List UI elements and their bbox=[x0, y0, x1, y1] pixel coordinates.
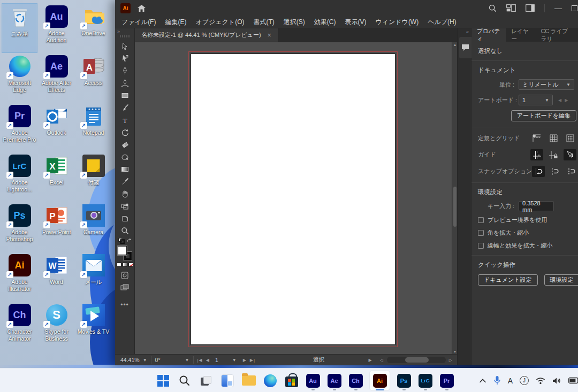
show-rulers-button[interactable] bbox=[530, 133, 543, 144]
document-tab[interactable]: 名称未設定-1 @ 44.41 % (CMYK/プレビュー) × bbox=[135, 28, 278, 42]
minimize-icon[interactable]: — bbox=[554, 4, 562, 12]
desktop-icon-microsoft-edge[interactable]: ↗ Microsoft Edge bbox=[2, 53, 37, 103]
shaper-tool[interactable] bbox=[117, 151, 133, 163]
eraser-tool[interactable] bbox=[117, 139, 133, 151]
desktop-icon-word[interactable]: W ↗ Word bbox=[39, 252, 74, 302]
menu-view[interactable]: 表示(V) bbox=[345, 18, 366, 27]
gradient-swatch-button[interactable] bbox=[123, 263, 127, 267]
home-button[interactable] bbox=[137, 4, 146, 12]
desktop-icon-access[interactable]: A ↗ Access bbox=[75, 53, 111, 103]
canvas[interactable]: ▲ ▼ bbox=[135, 42, 457, 354]
arrange-documents-icon[interactable] bbox=[526, 4, 535, 12]
desktop-icon-lightroom-classic[interactable]: LrC ↗ Adobe Lightroo... bbox=[2, 152, 37, 202]
dropdown-chevron-icon[interactable]: ▼ bbox=[185, 358, 189, 363]
zoom-level-value[interactable]: 44.41% bbox=[120, 357, 140, 363]
wifi-icon[interactable] bbox=[536, 377, 545, 385]
microsoft-store-button[interactable] bbox=[284, 372, 299, 390]
pen-tool[interactable] bbox=[117, 65, 133, 77]
dropdown-chevron-icon[interactable]: ▼ bbox=[143, 358, 147, 363]
show-guides-button[interactable] bbox=[530, 149, 543, 160]
menu-select[interactable]: 選択(S) bbox=[284, 18, 305, 27]
desktop-icon-character-animator[interactable]: Ch ↗ Character Animator bbox=[2, 302, 37, 351]
desktop-icon-after-effects[interactable]: Ae ↗ Adobe After Effects bbox=[39, 53, 74, 103]
workspace-switcher-icon[interactable] bbox=[506, 4, 516, 12]
preview-bounds-option[interactable]: プレビュー境界を使用 bbox=[478, 216, 578, 224]
eyedropper-tool[interactable] bbox=[117, 175, 133, 188]
status-play-icon[interactable]: ▶ bbox=[369, 358, 372, 363]
desktop-icon-onedrive[interactable]: ↗ OneDrive bbox=[75, 3, 111, 53]
color-swatch-button[interactable] bbox=[117, 263, 121, 267]
desktop-icon-excel[interactable]: X ↗ Excel bbox=[39, 152, 74, 202]
taskbar-lightroom-button[interactable]: LrC bbox=[418, 372, 432, 390]
desktop-icon-camera[interactable]: ↗ Camera bbox=[75, 202, 111, 252]
screen-mode-button[interactable] bbox=[117, 281, 133, 294]
menu-edit[interactable]: 編集(E) bbox=[165, 18, 186, 27]
scroll-left-icon[interactable]: ◁ bbox=[380, 358, 384, 363]
edit-artboard-button[interactable]: アートボードを編集 bbox=[511, 110, 576, 121]
gradient-tool[interactable] bbox=[117, 163, 133, 175]
widgets-button[interactable] bbox=[220, 372, 234, 390]
type-tool[interactable]: T bbox=[117, 114, 133, 126]
vertical-scrollbar[interactable]: ▲ ▼ bbox=[452, 42, 457, 354]
preferences-button[interactable]: 環境設定 bbox=[544, 274, 578, 286]
desktop-icon-mail[interactable]: ↗ メール bbox=[75, 252, 111, 302]
desktop-icon-illustrator[interactable]: Ai ↗ Adobe Illustrator bbox=[2, 252, 37, 302]
desktop-icon-adobe-audition[interactable]: Au ↗ Adobe Audition bbox=[39, 3, 74, 53]
artboard[interactable] bbox=[191, 53, 396, 345]
taskbar-character-animator-button[interactable]: Ch bbox=[348, 372, 363, 390]
none-swatch-button[interactable] bbox=[128, 263, 133, 267]
smart-guides-button[interactable] bbox=[564, 149, 576, 160]
ime-a-icon[interactable]: A bbox=[508, 376, 513, 385]
symbol-tool[interactable] bbox=[117, 200, 133, 212]
show-pixel-grid-button[interactable] bbox=[564, 133, 576, 144]
maximize-icon[interactable] bbox=[572, 5, 577, 11]
scroll-up-icon[interactable]: ▲ bbox=[452, 43, 457, 47]
desktop-icon-skype-for-business[interactable]: S ↗ Skype for Business bbox=[39, 302, 74, 351]
menu-file[interactable]: ファイル(F) bbox=[121, 18, 156, 27]
edge-button[interactable] bbox=[263, 372, 277, 390]
menu-type[interactable]: 書式(T) bbox=[253, 18, 274, 27]
fill-stroke-indicator[interactable] bbox=[118, 246, 132, 260]
horizontal-scrollbar[interactable] bbox=[387, 357, 446, 363]
key-input-field[interactable]: 0.3528 mm bbox=[519, 201, 554, 211]
first-artboard-icon[interactable]: |◀ bbox=[197, 358, 203, 363]
search-icon[interactable] bbox=[489, 4, 497, 12]
snap-to-point-button[interactable] bbox=[532, 166, 545, 177]
taskbar-illustrator-button[interactable]: Ai bbox=[370, 371, 390, 390]
artboard-prev-next-icons[interactable]: ◀▶ bbox=[558, 98, 571, 103]
document-setup-button[interactable]: ドキュメント設定 bbox=[478, 274, 538, 286]
task-view-button[interactable] bbox=[199, 372, 213, 390]
taskbar-premiere-pro-button[interactable]: Pr bbox=[439, 372, 454, 390]
dropdown-chevron-icon[interactable]: ▼ bbox=[232, 358, 237, 363]
taskbar-search-button[interactable] bbox=[177, 372, 192, 390]
snap-to-grid-button[interactable] bbox=[549, 166, 561, 177]
lock-guides-button[interactable] bbox=[547, 149, 560, 160]
microphone-icon[interactable] bbox=[493, 375, 501, 386]
taskbar-audition-button[interactable]: Au bbox=[306, 372, 320, 390]
menu-object[interactable]: オブジェクト(O) bbox=[195, 18, 244, 27]
rotation-value[interactable]: 0° bbox=[155, 357, 161, 363]
tab-properties[interactable]: プロパティ bbox=[471, 28, 506, 42]
paintbrush-tool[interactable] bbox=[117, 102, 133, 114]
tab-cc-libraries[interactable]: CC ライブラリ bbox=[536, 28, 578, 42]
snap-to-pixel-button[interactable] bbox=[565, 166, 578, 177]
show-grid-button[interactable] bbox=[547, 133, 560, 144]
curvature-tool[interactable] bbox=[117, 77, 133, 89]
scale-corners-option[interactable]: 角を拡大・縮小 bbox=[478, 229, 578, 237]
artboard-dropdown[interactable]: 1 ▼ bbox=[519, 95, 553, 105]
dock-grip[interactable] bbox=[120, 35, 130, 37]
desktop-icon-premiere-pro[interactable]: Pr ↗ Adobe Premiere Pro bbox=[2, 103, 37, 152]
menu-help[interactable]: ヘルプ(H) bbox=[428, 18, 457, 27]
prev-artboard-icon[interactable]: ◀ bbox=[206, 358, 210, 363]
menu-window[interactable]: ウィンドウ(W) bbox=[375, 18, 419, 27]
scroll-down-icon[interactable]: ▼ bbox=[452, 350, 457, 353]
taskbar-photoshop-button[interactable]: Ps bbox=[397, 372, 411, 390]
volume-icon[interactable] bbox=[552, 377, 561, 385]
rotate-tool[interactable] bbox=[117, 126, 133, 139]
next-artboard-icon[interactable]: ▶ bbox=[243, 358, 247, 363]
hand-tool[interactable] bbox=[117, 188, 133, 200]
unit-dropdown[interactable]: ミリメートル ▼ bbox=[519, 79, 574, 90]
scale-strokes-effects-option[interactable]: 線幅と効果を拡大・縮小 bbox=[478, 242, 578, 250]
expand-dock-icon[interactable]: » bbox=[117, 29, 119, 34]
artboard-tool[interactable] bbox=[117, 212, 133, 225]
